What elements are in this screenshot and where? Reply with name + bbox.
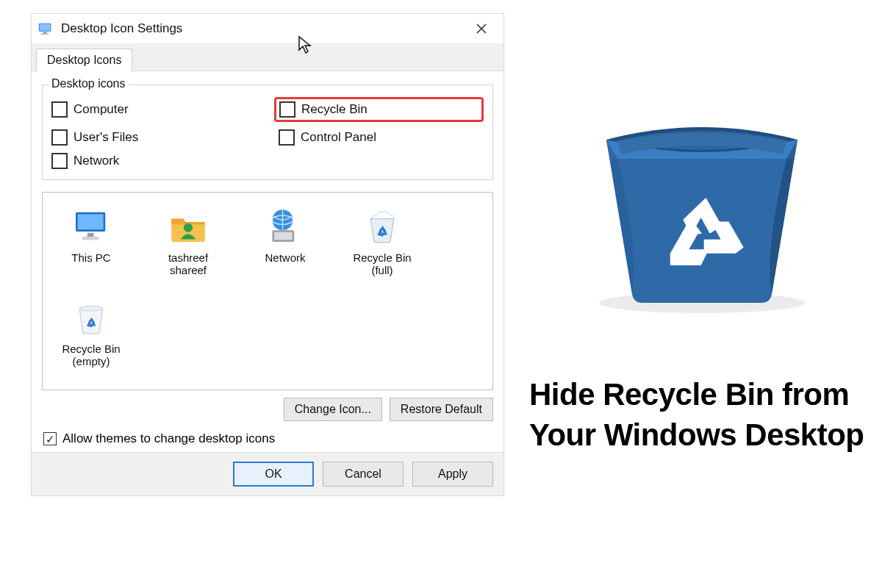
icon-user-folder[interactable]: tashreef shareef bbox=[150, 206, 226, 276]
apply-button[interactable]: Apply bbox=[412, 462, 493, 487]
icon-label: Network bbox=[265, 251, 305, 264]
check-control-panel[interactable]: ✓ Control Panel bbox=[279, 129, 484, 146]
check-users-files[interactable]: ✓ User's Files bbox=[51, 129, 257, 146]
change-icon-button[interactable]: Change Icon... bbox=[284, 398, 382, 421]
svg-rect-7 bbox=[78, 214, 104, 229]
network-globe-icon bbox=[265, 206, 306, 247]
check-computer[interactable]: ✓ Computer bbox=[51, 97, 257, 122]
close-button[interactable] bbox=[467, 18, 496, 40]
svg-rect-3 bbox=[41, 33, 49, 35]
check-grid: ✓ Computer ✓ Recycle Bin ✓ User's Files … bbox=[51, 97, 484, 169]
ok-button[interactable]: OK bbox=[233, 462, 314, 487]
group-legend: Desktop icons bbox=[49, 77, 129, 90]
restore-default-button[interactable]: Restore Default bbox=[390, 398, 493, 421]
app-icon bbox=[37, 21, 54, 37]
icon-network[interactable]: Network bbox=[247, 206, 323, 276]
allow-themes-check[interactable]: ✓ Allow themes to change desktop icons bbox=[43, 431, 492, 446]
check-recycle-bin[interactable]: ✓ Recycle Bin bbox=[274, 97, 484, 122]
article-headline: Hide Recycle Bin from Your Windows Deskt… bbox=[529, 375, 875, 455]
checkbox-allow-themes[interactable]: ✓ bbox=[43, 432, 57, 445]
icon-recycle-bin-empty[interactable]: Recycle Bin (empty) bbox=[53, 297, 129, 368]
desktop-icon-settings-dialog: Desktop Icon Settings Desktop Icons Desk… bbox=[31, 13, 504, 496]
svg-rect-8 bbox=[87, 233, 94, 237]
checkbox-recycle-bin[interactable]: ✓ bbox=[279, 101, 295, 118]
icon-label: tashreef shareef bbox=[150, 251, 226, 276]
allow-themes-label: Allow themes to change desktop icons bbox=[62, 431, 275, 446]
check-label: Computer bbox=[74, 102, 129, 117]
svg-point-15 bbox=[79, 306, 103, 311]
svg-rect-1 bbox=[40, 24, 51, 31]
check-network[interactable]: ✓ Network bbox=[51, 153, 257, 169]
svg-rect-9 bbox=[82, 237, 99, 240]
checkbox-computer[interactable]: ✓ bbox=[51, 101, 68, 118]
check-label: Network bbox=[74, 154, 119, 168]
checkbox-network[interactable]: ✓ bbox=[51, 153, 68, 169]
monitor-icon bbox=[71, 206, 112, 247]
icon-preview-panel: This PC tashreef shareef bbox=[42, 192, 493, 390]
recycle-bin-illustration bbox=[581, 88, 823, 316]
recycle-bin-empty-icon bbox=[71, 297, 112, 338]
dialog-body: Desktop icons ✓ Computer ✓ Recycle Bin ✓… bbox=[32, 71, 503, 446]
close-icon bbox=[476, 23, 487, 35]
svg-point-10 bbox=[184, 223, 193, 232]
dialog-footer: OK Cancel Apply bbox=[32, 452, 503, 495]
checkbox-control-panel[interactable]: ✓ bbox=[279, 129, 295, 146]
icon-recycle-bin-full[interactable]: Recycle Bin (full) bbox=[344, 206, 420, 276]
user-folder-icon bbox=[168, 206, 209, 247]
check-label: Control Panel bbox=[301, 130, 376, 145]
icon-button-row: Change Icon... Restore Default bbox=[42, 398, 493, 421]
svg-rect-14 bbox=[274, 232, 293, 240]
icon-label: Recycle Bin (empty) bbox=[53, 343, 129, 368]
dialog-title: Desktop Icon Settings bbox=[61, 21, 467, 36]
icon-label: This PC bbox=[71, 251, 110, 264]
svg-rect-2 bbox=[43, 32, 47, 34]
check-label: Recycle Bin bbox=[301, 102, 368, 117]
tabstrip: Desktop Icons bbox=[32, 43, 503, 71]
checkbox-users-files[interactable]: ✓ bbox=[51, 129, 68, 146]
titlebar: Desktop Icon Settings bbox=[32, 14, 503, 43]
desktop-icons-group: Desktop icons ✓ Computer ✓ Recycle Bin ✓… bbox=[42, 85, 493, 180]
recycle-bin-full-icon bbox=[362, 206, 403, 247]
cancel-button[interactable]: Cancel bbox=[323, 462, 404, 487]
icon-this-pc[interactable]: This PC bbox=[53, 206, 129, 276]
tab-desktop-icons[interactable]: Desktop Icons bbox=[36, 49, 132, 71]
check-label: User's Files bbox=[74, 130, 138, 145]
icon-label: Recycle Bin (full) bbox=[344, 251, 420, 276]
